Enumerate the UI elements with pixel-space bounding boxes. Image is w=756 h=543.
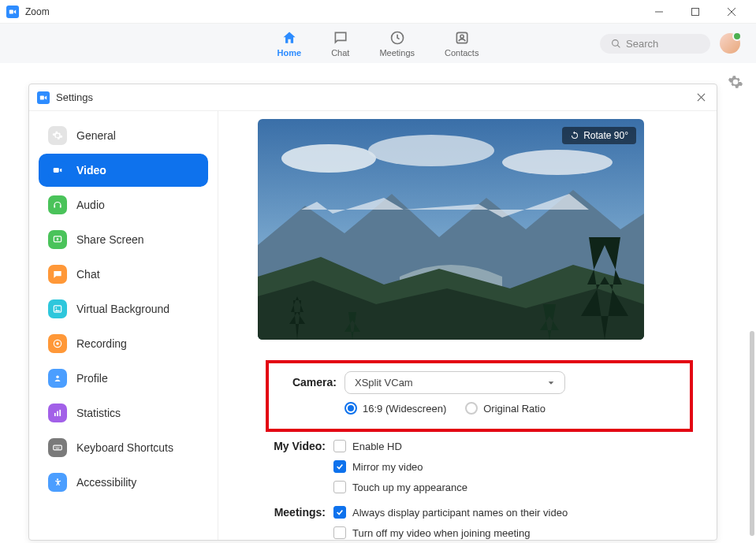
sidebar-item-profile[interactable]: Profile <box>39 362 208 395</box>
checkbox-show-names[interactable]: Always display participant names on thei… <box>333 506 693 519</box>
preview-scene <box>258 119 644 340</box>
svg-point-32 <box>502 150 613 175</box>
sidebar-item-chat[interactable]: Chat <box>39 258 208 291</box>
video-icon <box>48 161 67 180</box>
settings-title: Settings <box>56 91 693 103</box>
profile-icon <box>48 369 67 388</box>
checkbox-turn-off[interactable]: Turn off my video when joining meeting <box>333 526 693 539</box>
search-icon <box>611 39 621 49</box>
user-avatar[interactable] <box>720 33 740 54</box>
chat-icon <box>332 29 349 46</box>
my-video-label: My Video: <box>269 440 333 501</box>
sidebar-item-keyboard-shortcuts[interactable]: Keyboard Shortcuts <box>39 431 208 464</box>
checkbox-mirror[interactable]: Mirror my video <box>333 460 693 473</box>
radio-widescreen[interactable]: 16:9 (Widescreen) <box>344 402 446 415</box>
search-input[interactable]: Search <box>600 34 710 54</box>
checkbox-touch-up-label: Touch up my appearance <box>352 482 467 493</box>
svg-rect-10 <box>40 95 44 99</box>
main-area: Settings General Video Audio <box>0 63 756 543</box>
camera-select[interactable]: XSplit VCam <box>344 371 565 394</box>
camera-label: Camera: <box>280 371 344 389</box>
sidebar-item-virtual-background[interactable]: Virtual Background <box>39 292 208 325</box>
sidebar-label-general: General <box>76 129 116 142</box>
window-close-button[interactable] <box>713 0 750 24</box>
svg-rect-26 <box>58 447 59 448</box>
checkbox-touch-up[interactable]: Touch up my appearance <box>333 481 693 493</box>
keyboard-icon <box>48 438 67 457</box>
sidebar-label-share-screen: Share Screen <box>76 233 144 246</box>
sidebar-label-statistics: Statistics <box>76 407 121 419</box>
meetings-label: Meetings: <box>269 506 333 540</box>
checkbox-mirror-label: Mirror my video <box>352 461 423 473</box>
svg-point-8 <box>613 39 619 46</box>
checkbox-enable-hd[interactable]: Enable HD <box>333 440 693 452</box>
tab-home[interactable]: Home <box>277 26 302 61</box>
window-title: Zoom <box>25 6 641 17</box>
sidebar-label-accessibility: Accessibility <box>76 476 136 489</box>
svg-point-7 <box>460 35 464 38</box>
svg-rect-20 <box>54 413 56 416</box>
svg-point-30 <box>281 144 376 173</box>
tab-chat[interactable]: Chat <box>331 26 349 61</box>
radio-circle-unchecked <box>465 402 478 415</box>
tab-meetings[interactable]: Meetings <box>379 26 415 61</box>
sidebar-item-accessibility[interactable]: Accessibility <box>39 466 208 499</box>
radio-original-label: Original Ratio <box>483 403 546 415</box>
radio-original-ratio[interactable]: Original Ratio <box>465 402 546 415</box>
tab-home-label: Home <box>277 48 302 58</box>
window-titlebar: Zoom <box>0 0 756 24</box>
checkbox-box-checked <box>333 460 346 473</box>
tab-contacts[interactable]: Contacts <box>445 26 479 61</box>
chevron-down-icon <box>547 379 555 387</box>
svg-point-18 <box>56 342 59 345</box>
sidebar-label-keyboard-shortcuts: Keyboard Shortcuts <box>76 441 173 454</box>
svg-rect-24 <box>55 447 56 448</box>
zoom-settings-icon <box>37 91 50 104</box>
window-maximize-button[interactable] <box>677 0 713 24</box>
sidebar-label-audio: Audio <box>76 199 105 211</box>
sidebar-item-share-screen[interactable]: Share Screen <box>39 223 208 256</box>
scrollbar[interactable] <box>750 331 754 536</box>
checkbox-show-names-label: Always display participant names on thei… <box>352 507 568 519</box>
gear-icon <box>48 126 67 145</box>
sidebar-label-video: Video <box>76 164 106 177</box>
radio-widescreen-label: 16:9 (Widescreen) <box>363 403 446 415</box>
sidebar-item-video[interactable]: Video <box>39 154 208 187</box>
svg-rect-23 <box>54 445 62 450</box>
search-placeholder: Search <box>626 38 658 50</box>
chat-bubble-icon <box>48 265 67 284</box>
checkbox-turn-off-label: Turn off my video when joining meeting <box>352 527 530 539</box>
sidebar-item-audio[interactable]: Audio <box>39 188 208 221</box>
tab-chat-label: Chat <box>331 48 349 58</box>
image-icon <box>48 299 67 318</box>
checkbox-box-checked <box>333 506 346 519</box>
radio-circle-checked <box>344 402 357 415</box>
svg-point-16 <box>55 307 57 309</box>
sidebar-item-general[interactable]: General <box>39 119 208 152</box>
settings-header: Settings <box>29 84 717 111</box>
contacts-icon <box>453 29 471 46</box>
rotate-icon <box>570 131 579 140</box>
top-navigation: Home Chat Meetings Contacts Search <box>0 24 756 63</box>
settings-content: Rotate 90° Camera: XSplit VCam <box>218 111 717 540</box>
headphones-icon <box>48 195 67 214</box>
rotate-button[interactable]: Rotate 90° <box>562 127 636 144</box>
settings-sidebar: General Video Audio Share Screen Chat <box>29 111 218 540</box>
video-preview: Rotate 90° <box>258 119 644 340</box>
svg-rect-13 <box>54 168 59 173</box>
sidebar-item-recording[interactable]: Recording <box>39 327 208 360</box>
settings-close-button[interactable] <box>693 90 709 106</box>
home-icon <box>281 29 298 46</box>
svg-point-19 <box>56 376 59 379</box>
window-minimize-button[interactable] <box>641 0 677 24</box>
checkbox-box <box>333 440 346 452</box>
svg-rect-0 <box>9 9 13 13</box>
rotate-label: Rotate 90° <box>583 130 628 141</box>
checkbox-enable-hd-label: Enable HD <box>352 441 402 452</box>
svg-rect-22 <box>59 410 61 416</box>
settings-gear-button[interactable] <box>728 74 743 90</box>
sidebar-item-statistics[interactable]: Statistics <box>39 396 208 430</box>
record-icon <box>48 334 67 353</box>
accessibility-icon <box>48 473 67 492</box>
checkbox-box <box>333 481 346 493</box>
